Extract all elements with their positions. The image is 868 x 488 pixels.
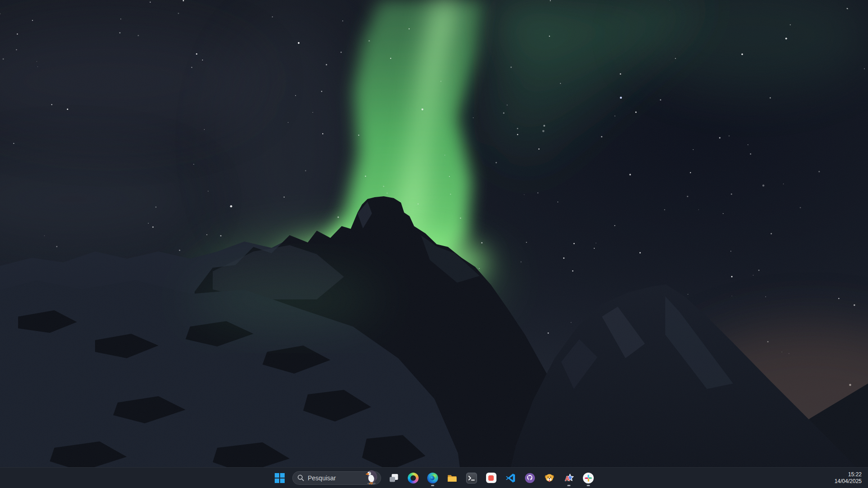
svg-text:A: A (565, 474, 570, 482)
taskbar: A 15:22 14/04/2025 (0, 467, 868, 488)
edge-icon (427, 473, 438, 483)
slack-button[interactable] (579, 469, 597, 487)
vscode-button[interactable] (501, 469, 520, 487)
file-explorer-button[interactable] (443, 469, 461, 487)
vscode-icon (505, 473, 516, 483)
github-desktop-button[interactable] (521, 469, 539, 487)
file-explorer-icon (447, 473, 458, 483)
copilot-button[interactable] (404, 469, 422, 487)
start-button[interactable] (271, 469, 289, 487)
clock-widget[interactable]: 15:22 14/04/2025 (830, 468, 868, 488)
red-square-app-icon (486, 473, 496, 483)
red-app-button[interactable] (482, 469, 500, 487)
taskbar-center-group: A (271, 468, 597, 488)
task-view-icon (388, 473, 399, 483)
clock-time: 15:22 (848, 471, 862, 478)
desktop-wallpaper (0, 0, 868, 488)
dog-bruno-icon (544, 473, 555, 483)
terminal-icon (466, 473, 477, 483)
bruno-button[interactable] (540, 469, 558, 487)
search-icon (297, 474, 304, 481)
copilot-icon (408, 473, 419, 483)
slack-icon (583, 473, 594, 483)
github-icon (525, 473, 535, 483)
search-box[interactable] (292, 471, 381, 485)
terminal-button[interactable] (463, 469, 481, 487)
task-view-button[interactable] (385, 469, 403, 487)
anki-button[interactable]: A (560, 469, 578, 487)
edge-button[interactable] (424, 469, 442, 487)
puffin-search-companion-icon[interactable] (365, 469, 379, 484)
clock-date: 14/04/2025 (835, 478, 862, 484)
windows-logo-icon (275, 473, 285, 483)
desktop: A 15:22 14/04/2025 (0, 0, 868, 488)
anki-star-a-icon: A (563, 473, 574, 483)
